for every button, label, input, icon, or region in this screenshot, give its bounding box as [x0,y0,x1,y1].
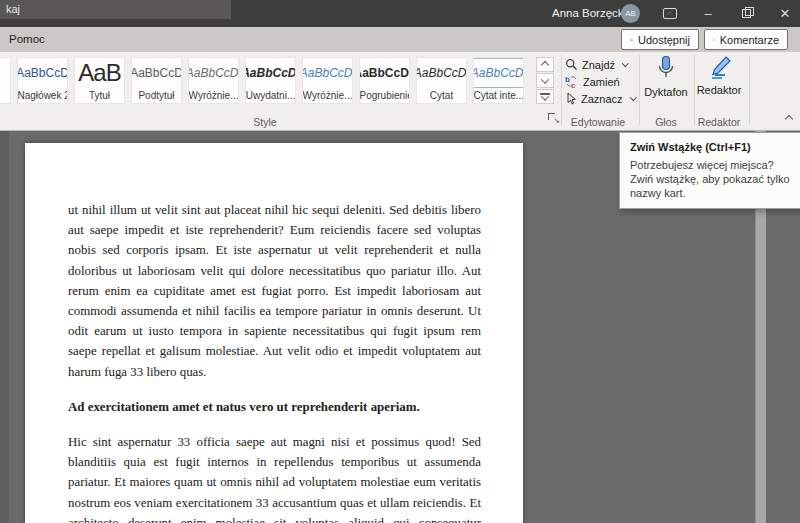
ribbon-tab-row: Pomoc Udostępnij Komentarze [0,27,800,52]
restore-button[interactable] [731,0,761,27]
style-sample: AaBbCcD [17,58,68,88]
canvas-left-edge [0,131,9,523]
style-card-intense-emphasis[interactable]: AaBbCcDi Wyróżnie... [302,57,353,104]
style-card-subtle-emphasis[interactable]: AaBbCcDi Wyróżnie... [188,57,239,104]
minimize-icon: – [704,6,711,21]
style-sample: AaBbCcDi [416,58,467,88]
editor-group-label: Redaktor [692,114,746,130]
styles-group-label: Style [180,114,350,130]
doc-paragraph: ut nihil illum ut velit sint aut placeat… [68,200,481,382]
tooltip-title: Zwiń Wstążkę (Ctrl+F1) [630,141,800,153]
ribbon: Cc k 1 AaBbCcD Nagłówek 2 AaB Tytuł AaBb… [0,52,800,131]
style-card-intense-quote[interactable]: AaBbCcDi Cytat inte... [473,57,524,104]
ribbon-display-options-button[interactable] [655,0,685,27]
style-card-subtitle[interactable]: AaBbCcD Podtytuł [131,57,182,104]
style-label: Cytat [430,88,453,103]
replace-button[interactable]: b c Zamień [565,73,620,90]
collapse-ribbon-button[interactable] [780,111,798,127]
replace-label: Zamień [583,76,620,88]
word-window: kaj Anna Borzęcka AB – ✕ Pomoc Udostępni… [0,0,800,523]
styles-more-button[interactable] [536,89,554,104]
style-card-strong[interactable]: AaBbCcDc Pogrubienie [359,57,410,104]
style-sample: AaBbCcDi [473,58,524,88]
search-icon [565,58,578,71]
ribbon-display-options-icon [663,8,677,19]
style-sample: AaBbCcDi [302,58,353,88]
svg-text:b: b [565,75,570,84]
search-input[interactable]: kaj [0,0,231,19]
styles-scroll-down-button[interactable] [536,73,554,88]
account-name[interactable]: Anna Borzęcka [552,0,630,27]
minimize-button[interactable]: – [693,0,723,27]
title-bar: kaj Anna Borzęcka AB – ✕ [0,0,800,27]
avatar[interactable]: AB [621,4,640,23]
chevron-up-icon [541,60,549,68]
svg-text:c: c [571,81,576,89]
style-card-emphasis[interactable]: AaBbCcDi Uwydatni... [245,57,296,104]
group-separator [749,55,750,125]
style-card-heading2[interactable]: AaBbCcD Nagłówek 2 [17,57,68,104]
comment-icon [713,34,715,46]
voice-group-label: Głos [639,114,693,130]
dictate-button[interactable]: Dyktafon [639,55,693,103]
style-sample: AaBbCcDi [188,58,239,88]
select-label: Zaznacz [581,93,623,105]
document-page[interactable]: ut nihil illum ut velit sint aut placeat… [25,143,523,523]
chevron-down-icon [622,60,628,66]
share-button[interactable]: Udostępnij [621,29,699,50]
comments-button[interactable]: Komentarze [704,29,788,50]
style-label: Pogrubienie [360,88,410,103]
style-card-heading1-partial[interactable]: Cc k 1 [0,57,11,104]
document-text: ut nihil illum ut velit sint aut placeat… [68,200,481,523]
style-card-title[interactable]: AaB Tytuł [74,57,125,104]
microphone-icon [655,55,677,83]
close-icon: ✕ [780,6,791,21]
restore-icon [742,9,751,18]
dictate-label: Dyktafon [644,86,687,98]
editor-pen-icon [706,55,732,81]
style-sample: AaB [78,58,120,88]
collapse-ribbon-tooltip: Zwiń Wstążkę (Ctrl+F1) Potrzebujesz więc… [619,132,800,209]
style-card-quote[interactable]: AaBbCcDi Cytat [416,57,467,104]
style-label: Podtytuł [138,88,174,103]
style-label: Nagłówek 2 [18,88,68,103]
tab-pomoc[interactable]: Pomoc [3,27,51,52]
style-label: Wyróżnie... [303,88,353,103]
close-button[interactable]: ✕ [770,0,800,27]
chevron-down-icon [630,94,636,100]
style-label: Tytuł [89,88,110,103]
style-label: Wyróżnie... [189,88,239,103]
editing-group-label: Edytowanie [558,114,638,130]
share-label: Udostępnij [638,34,690,46]
tooltip-body: Potrzebujesz więcej miejsca? Zwiń wstążk… [630,158,790,200]
style-sample: AaBbCcD [131,58,182,88]
cursor-select-icon [565,92,577,105]
chevron-up-icon [785,115,793,123]
doc-heading: Ad exercitationem amet et natus vero ut … [68,397,481,417]
style-label: Cytat inte... [474,88,524,103]
find-button[interactable]: Znajdź [565,56,628,73]
doc-paragraph: Hic sint aspernatur 33 officia saepe aut… [68,432,481,523]
search-text: kaj [6,3,20,15]
chevron-down-icon [541,75,549,83]
style-sample: AaBbCcDi [245,58,296,88]
editor-button[interactable]: Redaktor [692,55,746,103]
select-button[interactable]: Zaznacz [565,90,635,107]
editor-label: Redaktor [697,84,742,96]
replace-icon: b c [565,75,579,88]
style-sample: AaBbCcDc [359,58,410,88]
find-label: Znajdź [582,59,615,71]
share-icon [630,34,633,46]
style-label: Uwydatni... [246,88,295,103]
comments-label: Komentarze [720,34,779,46]
styles-scroll-up-button[interactable] [536,57,554,72]
